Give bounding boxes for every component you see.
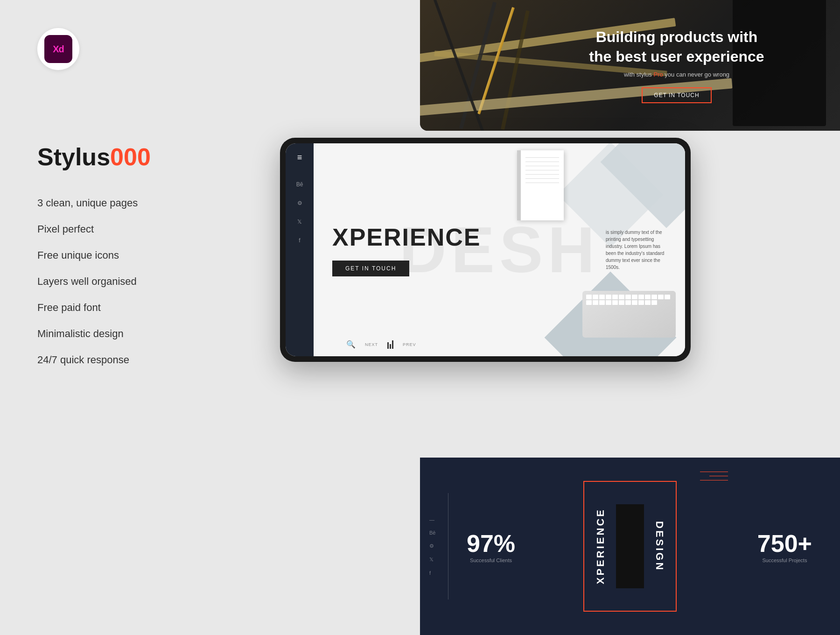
device-sidebar: ≡ Bē ⚙ 𝕏 f xyxy=(286,143,314,356)
feature-item-7: 24/7 quick response xyxy=(37,354,138,366)
preview-top-subtext: with stylus Pro you can never go wrong xyxy=(589,71,764,78)
notebook xyxy=(517,150,564,220)
bottom-sidebar: — Bē ⚙ 𝕏 f xyxy=(429,517,435,576)
stat-97-value: 97% xyxy=(467,529,515,557)
device-sidebar-icon-4: f xyxy=(295,237,304,247)
device-sidebar-icon-1: Bē xyxy=(295,181,304,190)
bs-icon-fb: f xyxy=(429,570,435,576)
nav-next-label: NEXT xyxy=(365,342,378,347)
feature-item-5: Free paid font xyxy=(37,302,138,314)
preview-top: Building products with the best user exp… xyxy=(420,0,840,131)
nav-prev-label: PREV xyxy=(403,342,416,347)
vertical-text-design: DESIGN xyxy=(653,521,665,572)
xd-icon: Xd xyxy=(37,28,79,70)
stat-750: 750+ Successful Projects xyxy=(757,529,812,563)
hero-right-content: is simply dummy text of the printing and… xyxy=(606,229,666,271)
preview-bottom-content: — Bē ⚙ 𝕏 f 97% Successful Clients XPERIE… xyxy=(420,458,840,635)
preview-top-heading: Building products with the best user exp… xyxy=(589,28,764,66)
device-sidebar-icon-3: 𝕏 xyxy=(295,219,304,228)
vertical-text-xperience: XPERIENCE xyxy=(595,508,607,584)
brand-title: Stylus000 xyxy=(37,145,151,169)
bs-icon-1: — xyxy=(429,517,435,522)
features-list: 3 clean, unique pages Pixel perfect Free… xyxy=(37,197,138,366)
vertical-divider xyxy=(448,493,448,600)
hero-side-text: is simply dummy text of the printing and… xyxy=(606,229,666,271)
right-panel: Building products with the best user exp… xyxy=(261,0,840,635)
top-cta-button[interactable]: GET IN TOUCH xyxy=(642,87,711,103)
stat-97: 97% Successful Clients xyxy=(467,529,515,563)
bs-icon-be: Bē xyxy=(429,530,435,536)
stat-750-value: 750+ xyxy=(757,529,812,557)
feature-item-1: 3 clean, unique pages xyxy=(37,197,138,209)
hero-content: XPERIENCE GET IN TOUCH xyxy=(332,223,481,276)
brand-name-black: Stylus xyxy=(37,143,110,170)
preview-middle-device: ≡ Bē ⚙ 𝕏 f DESH xyxy=(280,138,691,362)
brand-name-accent: 000 xyxy=(110,143,151,170)
device-main: DESH xyxy=(314,143,685,356)
red-lines-decoration xyxy=(700,472,728,480)
hero-title: XPERIENCE xyxy=(332,223,481,251)
device-cta-button[interactable]: GET IN TOUCH xyxy=(332,261,409,276)
device-bottom-nav: 🔍 NEXT PREV xyxy=(346,340,676,349)
nav-bars xyxy=(387,340,393,349)
device-sidebar-logo: ≡ xyxy=(297,153,302,162)
xd-label: Xd xyxy=(53,44,64,55)
feature-item-3: Free unique icons xyxy=(37,249,138,261)
feature-item-6: Minimalistic design xyxy=(37,328,138,340)
bs-icon-gear: ⚙ xyxy=(429,543,435,549)
search-icon: 🔍 xyxy=(346,340,356,349)
preview-bottom: — Bē ⚙ 𝕏 f 97% Successful Clients XPERIE… xyxy=(420,458,840,635)
preview-top-content: Building products with the best user exp… xyxy=(589,28,764,103)
stat-97-label: Successful Clients xyxy=(467,557,515,563)
device-screen: ≡ Bē ⚙ 𝕏 f DESH xyxy=(286,143,685,356)
center-graphic-box: XPERIENCE DESIGN xyxy=(583,481,677,612)
bs-icon-tw: 𝕏 xyxy=(429,557,435,563)
stat-750-label: Successful Projects xyxy=(757,557,812,563)
feature-item-4: Layers well organised xyxy=(37,275,138,288)
left-panel: Xd Stylus000 3 clean, unique pages Pixel… xyxy=(0,0,261,635)
feature-item-2: Pixel perfect xyxy=(37,223,138,235)
device-sidebar-icon-2: ⚙ xyxy=(295,200,304,209)
